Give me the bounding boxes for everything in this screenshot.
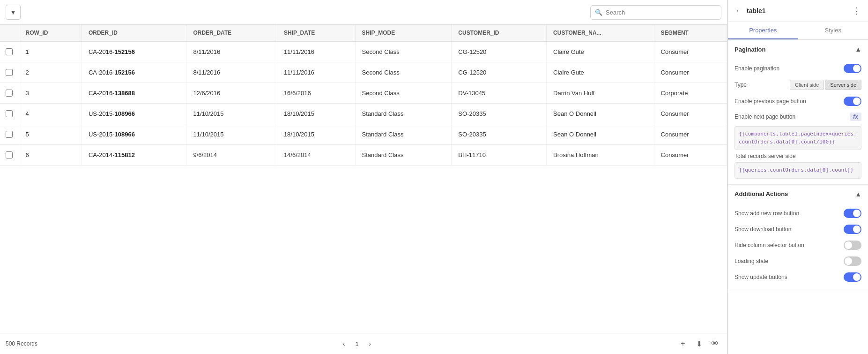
search-input[interactable] (590, 5, 721, 20)
download-icon-button[interactable]: ⬇ (692, 337, 705, 350)
row-checkbox[interactable] (6, 131, 13, 138)
cell-order-id: US-2015-108966 (82, 104, 186, 124)
cell-order-id: CA-2016-152156 (82, 41, 186, 62)
cell-customer-name: Claire Gute (547, 62, 654, 83)
pagination-section-title: Pagination (734, 46, 765, 53)
cell-row-id: 4 (19, 104, 82, 124)
cell-customer-id: CG-12520 (452, 41, 547, 62)
panel-title: table1 (747, 7, 848, 15)
header-order-id[interactable]: ORDER_ID (82, 25, 186, 41)
column-selector-icon-button[interactable]: 👁 (708, 337, 721, 350)
row-checkbox[interactable] (6, 69, 13, 76)
header-customer-name[interactable]: CUSTOMER_NA... (547, 25, 654, 41)
hide-column-selector-toggle[interactable] (844, 241, 861, 250)
additional-actions-section: Additional Actions ▲ Show add new row bu… (728, 185, 868, 291)
enable-next-row: Enable next page button fx (734, 109, 861, 124)
back-button[interactable]: ← (734, 6, 744, 16)
enable-pagination-label: Enable pagination (734, 65, 840, 72)
show-download-slider (844, 225, 861, 234)
row-checkbox[interactable] (6, 110, 13, 117)
enable-pagination-slider (844, 64, 861, 73)
table-row: 2CA-2016-1521568/11/201611/11/2016Second… (0, 62, 727, 83)
type-label: Type (734, 82, 786, 88)
cell-order-date: 8/11/2016 (186, 62, 277, 83)
cell-customer-id: CG-12520 (452, 62, 547, 83)
show-download-row: Show download button (734, 221, 861, 237)
loading-state-label: Loading state (734, 258, 840, 264)
tab-properties[interactable]: Properties (728, 22, 798, 39)
show-update-buttons-toggle[interactable] (844, 272, 861, 282)
show-download-toggle[interactable] (844, 225, 861, 234)
additional-actions-collapse-icon: ▲ (855, 190, 861, 198)
show-update-buttons-row: Show update buttons (734, 269, 861, 285)
additional-actions-header[interactable]: Additional Actions ▲ (728, 185, 868, 203)
cell-order-id: CA-2014-115812 (82, 145, 186, 166)
row-checkbox-cell (0, 41, 19, 62)
header-customer-id[interactable]: CUSTOMER_ID (452, 25, 547, 41)
cell-row-id: 3 (19, 83, 82, 104)
cell-order-id: CA-2016-138688 (82, 83, 186, 104)
row-checkbox[interactable] (6, 48, 13, 55)
cell-ship-date: 18/10/2015 (277, 104, 355, 124)
cell-customer-name: Claire Gute (547, 41, 654, 62)
hide-column-selector-row: Hide column selector button (734, 237, 861, 253)
type-row: Type Client side Server side (734, 76, 861, 93)
row-checkbox-cell (0, 62, 19, 83)
more-options-button[interactable]: ⋮ (851, 5, 861, 17)
next-page-expr-box[interactable]: {{components.table1.pageIndex<queries.co… (734, 126, 861, 150)
pagination-collapse-icon: ▲ (855, 45, 861, 53)
table-row: 4US-2015-10896611/10/201518/10/2015Stand… (0, 104, 727, 124)
loading-state-toggle[interactable] (844, 256, 861, 266)
client-side-button[interactable]: Client side (790, 80, 824, 90)
header-ship-date[interactable]: SHIP_DATE (277, 25, 355, 41)
footer-actions: + ⬇ 👁 (676, 337, 721, 350)
filter-icon: ▼ (10, 9, 16, 16)
row-checkbox[interactable] (6, 90, 13, 97)
enable-pagination-toggle[interactable] (844, 64, 861, 73)
cell-order-date: 8/11/2016 (186, 41, 277, 62)
cell-segment: Consumer (654, 62, 727, 83)
footer-center: ‹ 1 › (37, 338, 676, 349)
add-row-icon-button[interactable]: + (676, 337, 690, 350)
filter-button[interactable]: ▼ (6, 5, 21, 20)
enable-prev-toggle[interactable] (844, 97, 861, 106)
enable-prev-label: Enable previous page button (734, 98, 840, 105)
show-add-row-toggle[interactable] (844, 209, 861, 218)
show-add-row-row: Show add new row button (734, 205, 861, 221)
hide-column-selector-label: Hide column selector button (734, 242, 840, 249)
next-page-button[interactable]: › (364, 338, 376, 349)
total-records-expr-box[interactable]: {{queries.countOrders.data[0].count}} (734, 162, 861, 179)
tab-styles[interactable]: Styles (798, 22, 868, 39)
cell-customer-id: SO-20335 (452, 104, 547, 124)
header-order-date[interactable]: ORDER_DATE (186, 25, 277, 41)
enable-prev-slider (844, 97, 861, 106)
cell-ship-date: 11/11/2016 (277, 62, 355, 83)
cell-order-id: CA-2016-152156 (82, 62, 186, 83)
cell-ship-date: 18/10/2015 (277, 124, 355, 145)
pagination-section-header[interactable]: Pagination ▲ (728, 40, 868, 59)
hide-column-selector-slider (844, 241, 861, 250)
header-ship-mode[interactable]: SHIP_MODE (355, 25, 452, 41)
prev-page-button[interactable]: ‹ (338, 338, 349, 349)
fx-button[interactable]: fx (850, 113, 861, 121)
enable-prev-row: Enable previous page button (734, 93, 861, 109)
server-side-button[interactable]: Server side (825, 80, 861, 90)
table-toolbar: ▼ 🔍 (0, 0, 727, 25)
cell-ship-date: 14/6/2014 (277, 145, 355, 166)
additional-actions-title: Additional Actions (734, 190, 788, 197)
cell-order-date: 11/10/2015 (186, 124, 277, 145)
panel-header: ← table1 ⋮ (728, 0, 868, 22)
cell-ship-date: 16/6/2016 (277, 83, 355, 104)
page-number: 1 (352, 339, 361, 348)
pagination-section: Pagination ▲ Enable pagination Type Clie… (728, 40, 868, 185)
row-checkbox-cell (0, 104, 19, 124)
table-row: 1CA-2016-1521568/11/201611/11/2016Second… (0, 41, 727, 62)
cell-ship-mode: Second Class (355, 62, 452, 83)
cell-customer-name: Sean O Donnell (547, 104, 654, 124)
cell-order-date: 9/6/2014 (186, 145, 277, 166)
cell-customer-name: Darrin Van Huff (547, 83, 654, 104)
header-row-id[interactable]: ROW_ID (19, 25, 82, 41)
data-table: ROW_ID ORDER_ID ORDER_DATE SHIP_DATE SHI… (0, 25, 727, 166)
row-checkbox[interactable] (6, 151, 13, 158)
header-segment[interactable]: SEGMENT (654, 25, 727, 41)
